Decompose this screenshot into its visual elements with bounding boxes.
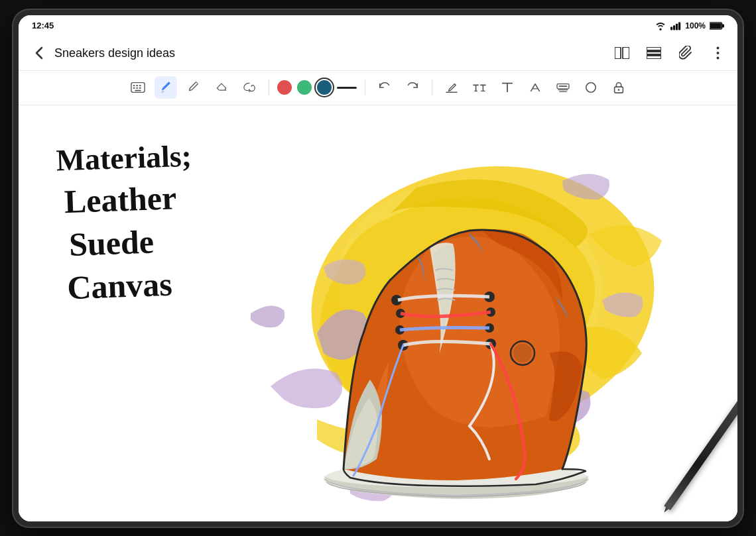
toolbar <box>19 71 737 105</box>
more-icon[interactable] <box>708 44 727 62</box>
svg-point-25 <box>586 83 595 92</box>
handwritten-line-2: Leather <box>64 176 194 223</box>
canvas-area[interactable]: Materials; Leather Suede Canvas <box>19 105 737 521</box>
lasso-tool[interactable] <box>238 76 261 99</box>
svg-rect-20 <box>136 87 138 89</box>
nav-left: Sneakers design ideas <box>29 43 613 63</box>
nav-right <box>613 44 727 62</box>
svg-rect-21 <box>139 87 141 89</box>
svg-rect-2 <box>676 23 678 30</box>
separator-3 <box>432 80 432 95</box>
separator-2 <box>365 80 365 95</box>
status-time: 12:45 <box>32 21 54 30</box>
handwritten-text: Materials; Leather Suede Canvas <box>56 136 197 309</box>
signal-icon <box>670 21 681 30</box>
tablet-screen: 12:45 100% <box>19 15 737 521</box>
svg-rect-9 <box>647 47 661 50</box>
svg-rect-22 <box>135 90 141 91</box>
battery-icon <box>710 22 724 30</box>
svg-rect-11 <box>647 56 661 59</box>
color-dark-teal[interactable] <box>317 80 332 95</box>
status-icons: 100% <box>655 21 724 30</box>
eraser-tool[interactable] <box>210 76 233 99</box>
stroke-width-selector[interactable] <box>337 87 357 89</box>
status-bar: 12:45 100% <box>19 15 737 36</box>
pen-mode-button[interactable] <box>440 76 463 99</box>
battery-percent: 100% <box>685 21 706 30</box>
highlight-button[interactable] <box>552 76 574 99</box>
undo-button[interactable] <box>373 76 396 99</box>
svg-rect-8 <box>623 47 629 59</box>
svg-point-14 <box>716 57 719 60</box>
tablet-frame: 12:45 100% <box>13 10 743 527</box>
back-button[interactable] <box>29 43 49 63</box>
text-insert-button[interactable] <box>496 76 519 99</box>
svg-rect-19 <box>133 87 135 89</box>
lock-button[interactable] <box>607 76 630 99</box>
wifi-icon <box>655 21 666 30</box>
svg-rect-16 <box>133 85 135 86</box>
color-red[interactable] <box>277 80 292 95</box>
keyboard-tool[interactable] <box>127 76 149 99</box>
svg-point-12 <box>716 47 719 50</box>
svg-rect-18 <box>139 85 141 86</box>
attach-icon[interactable] <box>676 44 695 62</box>
list-icon[interactable] <box>645 44 663 62</box>
svg-point-40 <box>513 344 532 362</box>
svg-rect-1 <box>673 25 675 30</box>
handwritten-line-4: Canvas <box>66 262 197 309</box>
pencil-tool[interactable] <box>182 76 205 99</box>
svg-rect-6 <box>722 24 724 27</box>
pen-tool[interactable] <box>155 76 177 99</box>
svg-rect-24 <box>558 85 567 87</box>
svg-point-27 <box>617 89 619 91</box>
svg-rect-7 <box>615 47 621 59</box>
text-convert-button[interactable] <box>468 76 491 99</box>
color-green[interactable] <box>297 80 312 95</box>
nav-bar: Sneakers design ideas <box>19 36 737 71</box>
svg-rect-3 <box>678 22 680 30</box>
svg-rect-5 <box>710 23 722 28</box>
handwritten-line-1: Materials; <box>56 136 192 180</box>
svg-point-13 <box>716 52 719 54</box>
redo-button[interactable] <box>401 76 424 99</box>
text-style-button[interactable] <box>524 76 546 99</box>
panels-icon[interactable] <box>613 44 631 62</box>
svg-rect-0 <box>670 27 672 30</box>
shapes-button[interactable] <box>580 76 602 99</box>
page-title: Sneakers design ideas <box>54 46 175 60</box>
separator-1 <box>269 80 269 95</box>
svg-rect-17 <box>136 85 138 86</box>
svg-rect-10 <box>647 52 661 54</box>
handwritten-line-3: Suede <box>68 219 196 266</box>
